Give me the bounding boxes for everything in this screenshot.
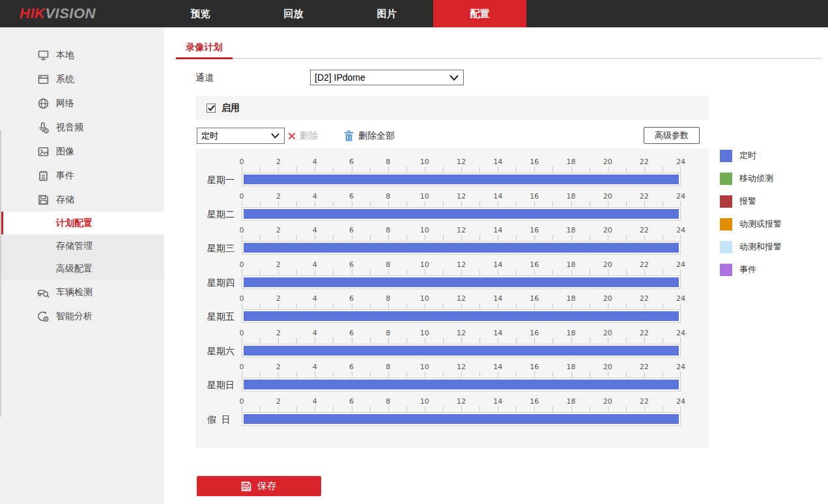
schedule-segment-bar[interactable]	[244, 346, 679, 356]
hour-tick-label: 8	[386, 260, 390, 269]
sidebar-item[interactable]: 事件	[0, 163, 164, 188]
hour-tick-label: 18	[567, 397, 576, 406]
hour-tick-label: 4	[313, 397, 317, 406]
sidebar-scrollbar[interactable]	[0, 130, 1, 417]
record-type-select[interactable]: 定时	[197, 128, 285, 144]
nav-tab-config[interactable]: 配置	[433, 0, 526, 27]
ruler-tick	[333, 201, 334, 206]
hour-tick-label: 16	[530, 294, 539, 303]
schedule-track[interactable]	[242, 378, 681, 391]
ruler-tick	[461, 235, 462, 240]
sidebar-item[interactable]: 车辆检测	[0, 280, 164, 304]
ruler-tick	[443, 201, 444, 206]
ruler-tick	[296, 338, 297, 343]
save-button[interactable]: 保存	[197, 476, 321, 496]
sidebar: 本地系统网络视音频图像事件存储 计划配置存储管理高级配置 车辆检测智能分析	[0, 27, 164, 504]
hour-tick-label: 18	[567, 260, 576, 269]
ruler-tick	[663, 372, 663, 377]
tab-record-schedule[interactable]: 录像计划	[176, 42, 233, 53]
hour-tick-label: 0	[240, 397, 244, 406]
hour-tick-label: 0	[240, 294, 244, 303]
schedule-segment-bar[interactable]	[244, 209, 679, 219]
legend-item: 事件	[720, 263, 782, 276]
hour-tick-label: 4	[313, 192, 317, 201]
hour-tick-label: 0	[240, 260, 244, 269]
sidebar-item[interactable]: 智能分析	[0, 304, 164, 328]
ruler-tick	[608, 372, 608, 377]
channel-label: 通道	[195, 72, 214, 84]
schedule-segment-bar[interactable]	[244, 414, 679, 424]
ruler-tick	[370, 303, 371, 309]
sidebar-subitem[interactable]: 高级配置	[0, 257, 164, 280]
enable-checkbox[interactable]	[207, 104, 216, 113]
delete-label: 删除	[300, 130, 318, 142]
hour-ruler	[242, 270, 681, 275]
ruler-tick	[296, 270, 297, 275]
day-timeline: 024681012141618202224	[242, 260, 681, 295]
ruler-tick	[425, 167, 425, 172]
hour-tick-label: 24	[676, 192, 685, 201]
schedule-track[interactable]	[242, 241, 681, 255]
ruler-tick	[407, 167, 407, 172]
schedule-track[interactable]	[242, 173, 681, 186]
hour-tick-label: 14	[493, 397, 502, 406]
schedule-track[interactable]	[242, 309, 681, 323]
advanced-params-button[interactable]: 高级参数	[644, 127, 700, 144]
legend-color-swatch	[720, 218, 732, 231]
schedule-segment-bar[interactable]	[244, 175, 679, 184]
ruler-tick	[590, 372, 590, 377]
ruler-tick	[425, 406, 425, 412]
sidebar-subitem[interactable]: 计划配置	[0, 212, 164, 234]
legend-label: 报警	[739, 195, 756, 207]
hour-scale: 024681012141618202224	[242, 294, 681, 303]
sidebar-group-bottom: 车辆检测智能分析	[0, 280, 164, 328]
schedule-segment-bar[interactable]	[244, 380, 679, 389]
sidebar-item[interactable]: 存储	[0, 188, 164, 212]
ruler-tick	[425, 270, 425, 275]
hour-tick-label: 14	[493, 158, 502, 166]
schedule-track[interactable]	[242, 412, 681, 426]
schedule-segment-bar[interactable]	[244, 311, 679, 321]
ruler-tick	[644, 406, 645, 412]
day-timeline: 024681012141618202224	[242, 363, 681, 397]
ruler-tick	[443, 406, 444, 412]
legend-item: 移动侦测	[720, 172, 782, 185]
ruler-tick	[479, 338, 480, 343]
sidebar-item-label: 本地	[56, 49, 74, 61]
schedule-segment-bar[interactable]	[244, 277, 679, 287]
hour-tick-label: 12	[457, 397, 466, 406]
ruler-tick	[296, 372, 297, 377]
ruler-tick	[626, 372, 627, 377]
sidebar-item[interactable]: 系统	[0, 67, 164, 91]
nav-tab-picture[interactable]: 图片	[340, 0, 433, 27]
sidebar-subitem[interactable]: 存储管理	[0, 234, 164, 257]
ruler-tick	[590, 167, 590, 172]
sidebar-item[interactable]: 图像	[0, 139, 164, 163]
nav-tab-playback[interactable]: 回放	[247, 0, 340, 27]
save-floppy-icon	[241, 481, 251, 492]
ruler-tick	[388, 167, 389, 172]
hour-tick-label: 2	[276, 260, 281, 269]
sidebar-item[interactable]: 网络	[0, 91, 164, 115]
channel-select[interactable]: [D2] IPdome	[310, 70, 464, 85]
ruler-tick	[333, 270, 334, 275]
hour-tick-label: 14	[493, 294, 502, 303]
ruler-tick	[333, 406, 334, 412]
ruler-tick	[571, 270, 572, 275]
hour-tick-label: 18	[567, 363, 576, 371]
schedule-track[interactable]	[242, 344, 681, 357]
ruler-tick	[498, 406, 498, 412]
schedule-track[interactable]	[242, 275, 681, 289]
nav-tab-preview[interactable]: 预览	[154, 0, 247, 27]
delete-button[interactable]: 删除	[288, 128, 318, 144]
ruler-tick	[407, 270, 407, 275]
ruler-tick	[260, 372, 261, 377]
sidebar-item[interactable]: 视音频	[0, 115, 164, 139]
delete-all-button[interactable]: 删除全部	[344, 128, 395, 144]
schedule-track[interactable]	[242, 207, 681, 221]
legend-label: 移动侦测	[739, 173, 773, 184]
sidebar-item[interactable]: 本地	[0, 43, 164, 67]
ruler-tick	[278, 167, 279, 172]
ruler-tick	[242, 167, 242, 172]
schedule-segment-bar[interactable]	[244, 243, 679, 253]
